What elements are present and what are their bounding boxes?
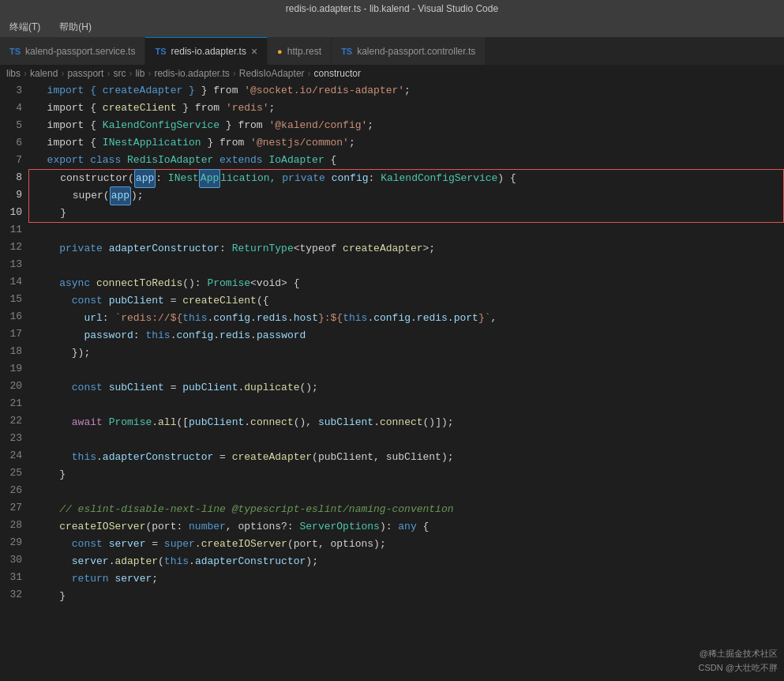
code-line-14: async connectToRedis(): Promise<void> { [35, 275, 784, 292]
code-line-15: const pubClient = createClient({ [35, 292, 784, 310]
breadcrumb-src[interactable]: src [113, 68, 126, 79]
menu-help[interactable]: 帮助(H) [56, 19, 95, 36]
ts-icon: TS [341, 47, 352, 56]
title-text: redis-io.adapter.ts - lib.kalend - Visua… [286, 3, 498, 14]
code-line-26 [35, 483, 784, 501]
code-content[interactable]: import { createAdapter } } from '@socket… [28, 82, 784, 681]
tab-label: http.rest [287, 46, 321, 57]
tabs-bar: TS kalend-passport.service.ts TS redis-i… [0, 37, 784, 65]
breadcrumb-class[interactable]: RedisIoAdapter [239, 68, 305, 79]
title-bar: redis-io.adapter.ts - lib.kalend - Visua… [0, 0, 784, 17]
tab-http-rest[interactable]: ● http.rest [268, 37, 332, 65]
code-line-6: import { INestApplication } from '@nestj… [35, 134, 784, 152]
breadcrumb-sep: › [148, 68, 151, 79]
tab-kalend-passport-controller[interactable]: TS kalend-passport.controller.ts [332, 37, 486, 65]
code-line-13 [35, 258, 784, 275]
code-line-17: password: this.config.redis.password [35, 327, 784, 344]
breadcrumb-lib[interactable]: lib [135, 68, 144, 79]
code-line-31: return server; [35, 570, 784, 588]
breadcrumb-sep: › [233, 68, 236, 79]
tab-label: kalend-passport.service.ts [25, 46, 135, 57]
code-line-5: import { KalendConfigService } from '@ka… [35, 117, 784, 134]
code-line-32: } [35, 588, 784, 605]
code-line-11 [35, 223, 784, 240]
ts-icon: TS [9, 47, 21, 56]
code-line-27: // eslint-disable-next-line @typescript-… [35, 501, 784, 518]
breadcrumb: libs › kalend › passport › src › lib › r… [0, 65, 784, 82]
breadcrumb-sep: › [24, 68, 27, 79]
code-line-4: import { createClient } from 'redis'; [35, 100, 784, 117]
code-line-29: const server = super.createIOServer(port… [35, 536, 784, 553]
code-line-23 [35, 431, 784, 449]
tab-label: redis-io.adapter.ts [171, 46, 246, 57]
constructor-highlight-box: constructor(app: INestApplication, priva… [28, 169, 784, 223]
breadcrumb-libs[interactable]: libs [6, 68, 21, 79]
close-icon[interactable]: × [251, 45, 257, 58]
code-line-9: super(app); [36, 187, 783, 205]
breadcrumb-file[interactable]: redis-io.adapter.ts [154, 68, 229, 79]
tab-label: kalend-passport.controller.ts [357, 46, 475, 57]
watermark-line2: CSDN @大壮吃不胖 [699, 660, 778, 675]
code-line-16: url: `redis://${this.config.redis.host}:… [35, 310, 784, 327]
code-line-28: createIOServer(port: number, options?: S… [35, 518, 784, 536]
rest-icon: ● [277, 47, 283, 56]
code-line-19 [35, 362, 784, 379]
breadcrumb-sep: › [61, 68, 64, 79]
tab-kalend-passport-service[interactable]: TS kalend-passport.service.ts [0, 37, 145, 65]
watermark-line1: @稀土掘金技术社区 [699, 646, 778, 660]
menu-bar: 终端(T) 帮助(H) [0, 17, 784, 37]
tab-redis-io-adapter[interactable]: TS redis-io.adapter.ts × [145, 37, 268, 65]
menu-terminal[interactable]: 终端(T) [6, 19, 43, 36]
code-line-8: constructor(app: INestApplication, priva… [36, 170, 783, 187]
watermark: @稀土掘金技术社区 CSDN @大壮吃不胖 [699, 646, 778, 675]
breadcrumb-passport[interactable]: passport [67, 68, 103, 79]
code-line-21 [35, 397, 784, 414]
code-line-25: } [35, 466, 784, 483]
code-line-7: export class RedisIoAdapter extends IoAd… [35, 152, 784, 169]
code-line-30: server.adapter(this.adapterConstructor); [35, 553, 784, 570]
line-numbers: 3456789101112131415161718192021222324252… [0, 82, 28, 681]
code-line-12: private adapterConstructor: ReturnType<t… [35, 240, 784, 258]
breadcrumb-sep: › [129, 68, 132, 79]
breadcrumb-sep: › [308, 68, 311, 79]
breadcrumb-kalend[interactable]: kalend [30, 68, 58, 79]
code-line-10: } [36, 205, 783, 222]
code-line-18: }); [35, 344, 784, 362]
breadcrumb-sep: › [107, 68, 110, 79]
code-line-3: import { createAdapter } } from '@socket… [35, 82, 784, 100]
code-line-22: await Promise.all([pubClient.connect(), … [35, 414, 784, 431]
editor-area: 3456789101112131415161718192021222324252… [0, 82, 784, 681]
breadcrumb-constructor[interactable]: constructor [314, 68, 361, 79]
code-line-24: this.adapterConstructor = createAdapter(… [35, 449, 784, 466]
code-line-20: const subClient = pubClient.duplicate(); [35, 379, 784, 397]
ts-icon: TS [155, 47, 166, 56]
